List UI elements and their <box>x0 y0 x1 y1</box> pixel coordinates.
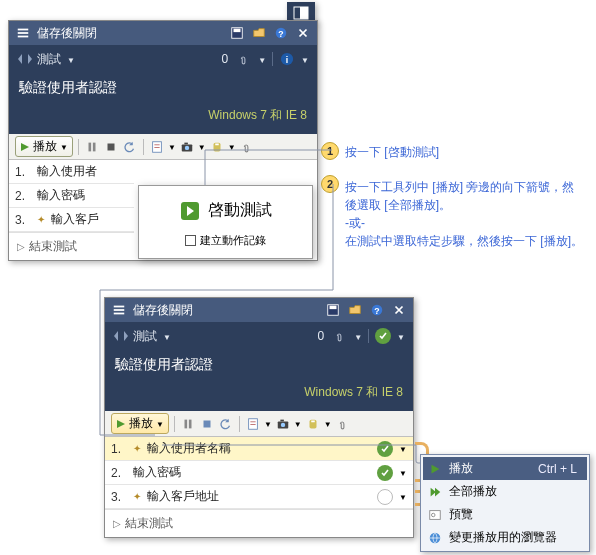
svg-rect-11 <box>88 142 91 151</box>
titlebar: 儲存後關閉 ? <box>105 298 413 322</box>
step-row[interactable]: 3. ✦ 輸入客戶 <box>9 208 134 232</box>
svg-point-37 <box>281 422 285 426</box>
step-text: 輸入使用者 <box>37 163 128 180</box>
start-test-popup: 啓動測試 建立動作記錄 <box>138 185 313 259</box>
svg-rect-12 <box>93 142 96 151</box>
steps-list: 1. ✦ 輸入使用者名稱 ▼ 2. 輸入密碼 ▼ 3. ✦ 輸入客戶地址 ▼ <box>105 437 413 509</box>
stop-icon[interactable] <box>103 139 119 155</box>
open-icon[interactable] <box>347 302 363 318</box>
pause-icon[interactable] <box>180 416 196 432</box>
expand-icon: ▷ <box>113 518 121 529</box>
chevron-down-icon[interactable]: ▼ <box>264 420 272 429</box>
step-row[interactable]: 2. 輸入密碼 <box>9 184 134 208</box>
attach-icon[interactable] <box>239 139 255 155</box>
save-icon[interactable] <box>325 302 341 318</box>
chevron-down-icon[interactable]: ▼ <box>258 56 266 65</box>
menu-label: 預覽 <box>449 506 473 523</box>
footer-end-test[interactable]: ▷ 結束測試 <box>9 232 134 260</box>
svg-text:?: ? <box>374 306 379 316</box>
close-icon[interactable] <box>391 302 407 318</box>
reset-icon[interactable] <box>218 416 234 432</box>
step-row[interactable]: 1. 輸入使用者 <box>9 160 134 184</box>
popup-title: 啓動測試 <box>208 200 272 221</box>
play-button[interactable]: 播放 ▼ <box>15 136 73 157</box>
play-all-icon <box>427 484 443 500</box>
tab-label[interactable]: 測試 <box>133 328 157 345</box>
svg-rect-31 <box>189 419 192 428</box>
chevron-down-icon[interactable]: ▼ <box>399 445 407 454</box>
stop-icon[interactable] <box>199 416 215 432</box>
open-icon[interactable] <box>251 25 267 41</box>
chevron-down-icon[interactable]: ▼ <box>397 333 405 342</box>
title-text: 儲存後關閉 <box>133 302 193 319</box>
chevron-down-icon[interactable]: ▼ <box>354 333 362 342</box>
nav-arrows-icon[interactable] <box>17 53 33 65</box>
chevron-down-icon[interactable]: ▼ <box>228 143 236 152</box>
chevron-down-icon[interactable]: ▼ <box>163 333 171 342</box>
menu-label: 播放 <box>449 460 473 477</box>
save-icon[interactable] <box>229 25 245 41</box>
camera-icon[interactable] <box>275 416 291 432</box>
footer-end-test[interactable]: ▷ 結束測試 <box>105 509 413 537</box>
pause-icon[interactable] <box>84 139 100 155</box>
play-button[interactable]: 播放 ▼ <box>111 413 169 434</box>
menu-item-preview[interactable]: 預覽 <box>423 503 587 526</box>
attach-icon[interactable] <box>332 328 348 344</box>
titlebar: 儲存後關閉 ? <box>9 21 317 45</box>
svg-rect-13 <box>107 143 114 150</box>
script-icon[interactable] <box>149 139 165 155</box>
menu-item-change-browser[interactable]: 變更播放用的瀏覽器 <box>423 526 587 549</box>
camera-icon[interactable] <box>179 139 195 155</box>
reset-icon[interactable] <box>122 139 138 155</box>
svg-rect-3 <box>18 32 29 34</box>
help-icon[interactable]: ? <box>273 25 289 41</box>
step-row[interactable]: 3. ✦ 輸入客戶地址 ▼ <box>105 485 413 509</box>
step-row[interactable]: 1. ✦ 輸入使用者名稱 ▼ <box>105 437 413 461</box>
chevron-down-icon[interactable]: ▼ <box>399 469 407 478</box>
attach-icon[interactable] <box>335 416 351 432</box>
heading: 驗證使用者認證 <box>105 350 413 384</box>
checkbox-label: 建立動作記錄 <box>200 233 266 248</box>
chevron-down-icon[interactable]: ▼ <box>399 493 407 502</box>
create-action-record-checkbox[interactable]: 建立動作記錄 <box>157 233 294 248</box>
chevron-down-icon[interactable]: ▼ <box>156 420 164 429</box>
menu-item-play[interactable]: 播放 Ctrl + L <box>423 457 587 480</box>
help-icon[interactable]: ? <box>369 302 385 318</box>
chevron-down-icon[interactable]: ▼ <box>301 56 309 65</box>
chevron-down-icon[interactable]: ▼ <box>168 143 176 152</box>
chevron-down-icon[interactable]: ▼ <box>198 143 206 152</box>
callout-badge-2: 2 <box>321 175 339 193</box>
tab-label[interactable]: 測試 <box>37 51 61 68</box>
svg-rect-27 <box>330 306 337 310</box>
chevron-down-icon[interactable]: ▼ <box>67 56 75 65</box>
svg-rect-19 <box>184 142 188 144</box>
svg-rect-23 <box>114 306 125 308</box>
diamond-icon: ✦ <box>133 443 141 454</box>
nav-arrows-icon[interactable] <box>113 330 129 342</box>
attachment-count: 0 <box>221 52 228 66</box>
menu-item-play-all[interactable]: 全部播放 <box>423 480 587 503</box>
svg-text:?: ? <box>278 29 283 39</box>
step-row[interactable]: 2. 輸入密碼 ▼ <box>105 461 413 485</box>
menu-label: 變更播放用的瀏覽器 <box>449 529 557 546</box>
attachment-count: 0 <box>317 329 324 343</box>
chevron-down-icon[interactable]: ▼ <box>294 420 302 429</box>
bug-icon[interactable] <box>305 416 321 432</box>
close-icon[interactable] <box>295 25 311 41</box>
chevron-down-icon[interactable]: ▼ <box>60 143 68 152</box>
info-icon[interactable]: i <box>279 51 295 67</box>
step-number: 2. <box>111 466 127 480</box>
callout-text-1: 按一下 [啓動測試] <box>345 143 585 161</box>
checkbox-icon <box>185 235 196 246</box>
start-test-button[interactable]: 啓動測試 <box>157 200 294 221</box>
attach-icon[interactable] <box>236 51 252 67</box>
svg-rect-30 <box>184 419 187 428</box>
svg-rect-16 <box>154 147 159 148</box>
status-pass-icon[interactable] <box>375 328 391 344</box>
callout-text-2: 按一下工具列中 [播放] 旁邊的向下箭號，然後選取 [全部播放]。 -或- 在測… <box>345 178 585 250</box>
svg-text:i: i <box>286 55 288 65</box>
bug-icon[interactable] <box>209 139 225 155</box>
chevron-down-icon[interactable]: ▼ <box>324 420 332 429</box>
script-icon[interactable] <box>245 416 261 432</box>
svg-rect-34 <box>250 421 255 422</box>
